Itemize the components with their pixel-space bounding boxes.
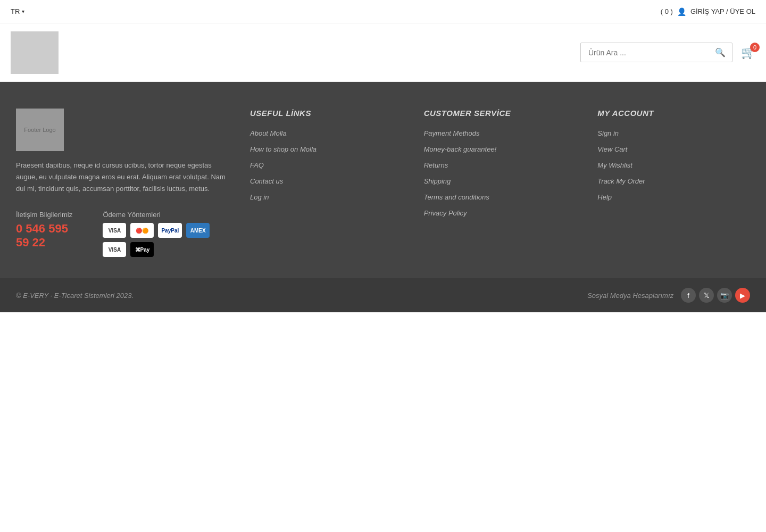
login-link[interactable]: Log in [250,193,269,201]
about-molla-link[interactable]: About Molla [250,129,287,137]
cart-count-text: ( 0 ) [661,7,673,15]
help-link[interactable]: Help [597,193,612,201]
useful-links-col: USEFUL LİNKS About Molla How to shop on … [250,109,403,257]
shipping-link[interactable]: Shipping [424,177,451,185]
contact-block: İletişim Bilgilerimiz 0 546 595 59 22 [16,211,81,257]
cart-icon[interactable]: 🛒 0 [741,46,755,60]
list-item: View Cart [597,144,750,154]
amex-icon: AMEX [186,223,210,238]
faq-link[interactable]: FAQ [250,161,264,169]
list-item: About Molla [250,128,403,138]
payment-icons: VISA 🔴🟠 PayPal AMEX VISA ⌘Pay [103,223,229,257]
footer-logo-area: Footer Logo Praesent dapibus, neque id c… [16,109,229,257]
list-item: Shipping [424,176,577,186]
returns-link[interactable]: Returns [424,161,448,169]
my-account-title: MY ACCOUNT [597,109,750,118]
terms-link[interactable]: Terms and conditions [424,193,489,201]
footer: Footer Logo Praesent dapibus, neque id c… [0,82,766,312]
mastercard-icon: 🔴🟠 [130,223,154,238]
my-account-col: MY ACCOUNT Sign in View Cart My Wishlist… [597,109,750,257]
list-item: Payment Methods [424,128,577,138]
chevron-down-icon: ▾ [22,9,24,14]
footer-description: Praesent dapibus, neque id cursus ucibus… [16,160,229,195]
list-item: My Wishlist [597,160,750,170]
search-input[interactable] [581,44,709,61]
footer-top: Footer Logo Praesent dapibus, neque id c… [16,109,750,278]
auth-link[interactable]: GİRİŞ YAP / ÜYE OL [690,7,755,15]
useful-links-title: USEFUL LİNKS [250,109,403,118]
payment-block: Ödeme Yöntemleri VISA 🔴🟠 PayPal AMEX VIS… [103,211,229,257]
list-item: Terms and conditions [424,192,577,202]
paypal-icon: PayPal [158,223,182,238]
applepay-icon: ⌘Pay [130,242,154,257]
sign-in-link[interactable]: Sign in [597,129,619,137]
list-item: Track My Order [597,176,750,186]
instagram-icon[interactable]: 📷 [717,288,732,303]
payment-methods-link[interactable]: Payment Methods [424,129,480,137]
list-item: Contact us [250,176,403,186]
track-order-link[interactable]: Track My Order [597,177,645,185]
visa2-icon: VISA [103,242,126,257]
how-to-shop-link[interactable]: How to shop on Molla [250,145,317,153]
list-item: Money-back guarantee! [424,144,577,154]
contact-label: İletişim Bilgilerimiz [16,211,81,219]
list-item: Log in [250,192,403,202]
social-label: Sosyal Medya Hesaplarımız [587,292,673,300]
list-item: FAQ [250,160,403,170]
copyright-text: © E-VERY · E-Ticaret Sistemleri 2023. [16,292,134,300]
social-media-area: Sosyal Medya Hesaplarımız f 𝕏 📷 ▶ [587,288,750,303]
payment-label: Ödeme Yöntemleri [103,211,229,219]
list-item: Privacy Policy [424,208,577,218]
youtube-icon[interactable]: ▶ [735,288,750,303]
facebook-icon[interactable]: f [681,288,696,303]
twitter-icon[interactable]: 𝕏 [699,288,714,303]
customer-service-col: CUSTOMER SERVİCE Payment Methods Money-b… [424,109,577,257]
language-selector[interactable]: TR ▾ [11,7,24,15]
list-item: Returns [424,160,577,170]
phone-number: 0 546 595 59 22 [16,222,81,250]
footer-bottom: © E-VERY · E-Ticaret Sistemleri 2023. So… [0,278,766,312]
list-item: How to shop on Molla [250,144,403,154]
my-account-list: Sign in View Cart My Wishlist Track My O… [597,128,750,202]
footer-logo: Footer Logo [16,109,64,151]
language-label: TR [11,7,20,15]
customer-service-list: Payment Methods Money-back guarantee! Re… [424,128,577,218]
user-icon: 👤 [677,7,686,16]
list-item: Sign in [597,128,750,138]
view-cart-link[interactable]: View Cart [597,145,627,153]
customer-service-title: CUSTOMER SERVİCE [424,109,577,118]
search-button[interactable]: 🔍 [709,43,732,62]
header: 🔍 🛒 0 [0,23,766,82]
header-right: 🔍 🛒 0 [580,43,755,62]
wishlist-link[interactable]: My Wishlist [597,161,632,169]
privacy-link[interactable]: Privacy Policy [424,209,467,217]
cart-badge: 0 [750,43,760,52]
useful-links-list: About Molla How to shop on Molla FAQ Con… [250,128,403,202]
money-back-link[interactable]: Money-back guarantee! [424,145,497,153]
visa-icon: VISA [103,223,126,238]
contact-link[interactable]: Contact us [250,177,283,185]
top-bar: TR ▾ ( 0 ) 👤 GİRİŞ YAP / ÜYE OL [0,0,766,23]
list-item: Help [597,192,750,202]
auth-area: ( 0 ) 👤 GİRİŞ YAP / ÜYE OL [661,7,755,16]
search-bar: 🔍 [580,43,732,62]
site-logo [11,31,59,74]
contact-payment-row: İletişim Bilgilerimiz 0 546 595 59 22 Öd… [16,211,229,257]
